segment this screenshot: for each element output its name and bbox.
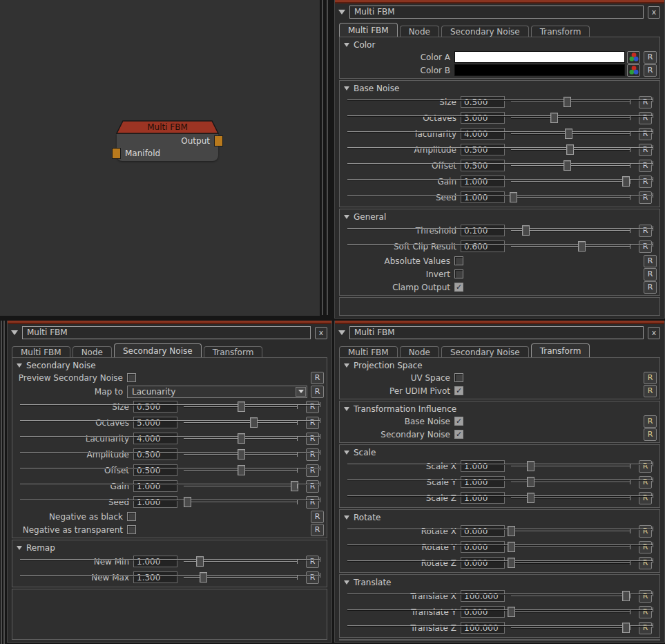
value-field-lacunarity[interactable]: 4.000 xyxy=(133,433,177,444)
slider-handle[interactable] xyxy=(563,160,571,171)
value-field-threshold[interactable]: 0.100 xyxy=(461,225,505,236)
slider-handle[interactable] xyxy=(508,542,515,552)
chevron-down-icon[interactable] xyxy=(296,387,306,397)
checkbox-clamp-output[interactable] xyxy=(454,283,463,292)
reset-button[interactable]: R xyxy=(639,160,652,172)
slider-seed[interactable] xyxy=(511,191,630,203)
slider-scale-x[interactable] xyxy=(511,460,630,472)
reset-button[interactable]: R xyxy=(306,464,319,477)
value-field-size[interactable]: 0.500 xyxy=(461,96,505,108)
slider-soft-clip-result[interactable] xyxy=(511,240,630,252)
reset-button[interactable]: R xyxy=(311,386,324,398)
slider-handle[interactable] xyxy=(200,572,207,583)
slider-handle[interactable] xyxy=(622,176,630,187)
reset-button[interactable]: R xyxy=(639,96,652,108)
slider-handle[interactable] xyxy=(527,477,534,487)
slider-gain[interactable] xyxy=(184,480,298,492)
color-swatch-color-a[interactable] xyxy=(454,51,625,63)
slider-rotate-z[interactable] xyxy=(511,557,630,569)
reset-button[interactable]: R xyxy=(639,476,652,489)
reset-button[interactable]: R xyxy=(306,433,319,445)
value-field-octaves[interactable]: 3.000 xyxy=(461,112,505,124)
reset-button[interactable]: R xyxy=(306,448,319,461)
reset-button[interactable]: R xyxy=(644,255,657,267)
slider-handle[interactable] xyxy=(527,493,534,503)
value-field-offset[interactable]: 0.500 xyxy=(133,464,177,476)
reset-button[interactable]: R xyxy=(639,541,652,553)
reset-button[interactable]: R xyxy=(644,268,657,281)
reset-button[interactable]: R xyxy=(306,571,319,584)
slider-lacunarity[interactable] xyxy=(184,433,298,444)
reset-button[interactable]: R xyxy=(639,112,652,124)
slider-handle[interactable] xyxy=(566,144,574,155)
slider-rotate-y[interactable] xyxy=(511,541,630,553)
slider-handle[interactable] xyxy=(527,461,534,471)
section-header[interactable]: Translate xyxy=(341,575,658,588)
reset-button[interactable]: R xyxy=(639,460,652,473)
slider-handle[interactable] xyxy=(563,97,571,107)
slider-amplitude[interactable] xyxy=(184,448,298,460)
value-field-gain[interactable]: 1.000 xyxy=(461,176,505,187)
manifold-port[interactable] xyxy=(112,148,121,159)
reset-button[interactable]: R xyxy=(644,385,657,397)
dropdown-map-to[interactable]: Lacunarity xyxy=(127,386,307,398)
slider-gain[interactable] xyxy=(511,176,630,187)
slider-new-max[interactable] xyxy=(184,571,298,583)
slider-scale-z[interactable] xyxy=(511,492,630,504)
reset-button[interactable]: R xyxy=(639,176,652,188)
value-field-lacunarity[interactable]: 4.000 xyxy=(461,128,505,140)
slider-handle[interactable] xyxy=(522,225,530,236)
slider-handle[interactable] xyxy=(238,465,245,475)
slider-handle[interactable] xyxy=(184,497,191,507)
reset-button[interactable]: R xyxy=(306,556,319,568)
color-swatch-color-b[interactable] xyxy=(454,64,625,76)
value-field-size[interactable]: 0.500 xyxy=(133,401,177,413)
section-header[interactable]: Projection Space xyxy=(341,358,658,371)
slider-octaves[interactable] xyxy=(184,417,298,428)
slider-handle[interactable] xyxy=(250,417,258,428)
tab-transform[interactable]: Transform xyxy=(531,343,590,359)
reset-button[interactable]: R xyxy=(639,128,652,140)
checkbox-base-noise[interactable] xyxy=(454,417,463,426)
slider-handle[interactable] xyxy=(196,556,204,567)
value-field-gain[interactable]: 1.000 xyxy=(133,480,177,492)
slider-seed[interactable] xyxy=(184,496,298,508)
reset-button[interactable]: R xyxy=(639,590,652,603)
slider-threshold[interactable] xyxy=(511,225,630,236)
value-field-rotate-x[interactable]: 0.000 xyxy=(461,525,505,537)
reset-button[interactable]: R xyxy=(639,492,652,504)
value-field-amplitude[interactable]: 0.500 xyxy=(133,448,177,460)
slider-handle[interactable] xyxy=(508,558,515,568)
section-header[interactable]: Color xyxy=(341,37,658,50)
reset-button[interactable]: R xyxy=(639,191,652,204)
slider-handle[interactable] xyxy=(550,113,558,123)
tab-secondary-noise[interactable]: Secondary Noise xyxy=(114,343,202,359)
section-header[interactable]: Base Noise xyxy=(341,81,658,94)
slider-handle[interactable] xyxy=(622,591,630,601)
value-field-octaves[interactable]: 5.000 xyxy=(133,417,177,428)
reset-button[interactable]: R xyxy=(306,401,319,413)
slider-rotate-x[interactable] xyxy=(511,525,630,537)
color-wheel-button[interactable] xyxy=(627,64,640,77)
reset-button[interactable]: R xyxy=(639,240,652,253)
slider-handle[interactable] xyxy=(508,526,515,536)
reset-button[interactable]: R xyxy=(639,557,652,569)
checkbox-secondary-noise[interactable] xyxy=(454,430,463,439)
reset-button[interactable]: R xyxy=(306,417,319,429)
slider-handle[interactable] xyxy=(508,607,515,617)
slider-handle[interactable] xyxy=(622,623,630,633)
collapse-triangle-icon[interactable] xyxy=(338,330,345,335)
reset-button[interactable]: R xyxy=(639,622,652,634)
value-field-translate-x[interactable]: 100.000 xyxy=(461,590,505,602)
tab-multi-fbm[interactable]: Multi FBM xyxy=(339,23,398,38)
slider-translate-x[interactable] xyxy=(511,590,630,602)
slider-amplitude[interactable] xyxy=(511,144,630,155)
value-field-translate-y[interactable]: 0.000 xyxy=(461,606,505,618)
value-field-offset[interactable]: 0.500 xyxy=(461,160,505,171)
value-field-new-max[interactable]: 1.300 xyxy=(133,571,177,583)
checkbox-per-udim-pivot[interactable] xyxy=(454,386,463,395)
color-wheel-button[interactable] xyxy=(627,51,640,64)
value-field-seed[interactable]: 1.000 xyxy=(461,191,505,203)
value-field-rotate-z[interactable]: 0.000 xyxy=(461,557,505,569)
slider-size[interactable] xyxy=(511,96,630,108)
